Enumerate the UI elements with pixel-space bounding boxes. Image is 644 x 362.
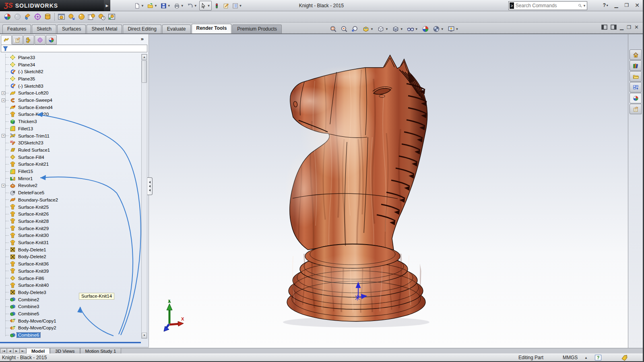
expand-toggle[interactable]: + <box>2 99 5 102</box>
view-orientation-button[interactable]: ▼ <box>376 24 390 34</box>
expand-toggle[interactable]: + <box>2 184 5 187</box>
tree-item-mirror1[interactable]: Mirror1 <box>0 175 141 182</box>
tree-item-plane35[interactable]: Plane35 <box>0 75 141 82</box>
options-list-button[interactable]: ▼ <box>231 1 244 10</box>
restore-button[interactable]: ❐ <box>623 1 631 9</box>
taskpane-tab-appearances-scenes[interactable] <box>630 93 642 103</box>
selection-lights-button[interactable] <box>213 1 221 10</box>
tree-item-surface-knit30[interactable]: Surface-Knit30 <box>0 232 141 239</box>
edit-scene-button[interactable] <box>23 12 33 22</box>
tree-item-surface-extend4[interactable]: Surface-Extend4 <box>0 104 141 111</box>
zoom-to-fit-button[interactable] <box>328 24 338 34</box>
tab-premium-products[interactable]: Premium Products <box>232 25 282 33</box>
tree-item-3dsketch23[interactable]: 3D3DSketch23 <box>0 139 141 146</box>
tree-item-body-move-copy2[interactable]: Body-Move/Copy2 <box>0 325 141 332</box>
minimize-button[interactable]: ▁ <box>612 1 620 9</box>
scroll-down-arrow[interactable]: ▼ <box>142 333 147 338</box>
tree-item-ruled-surface1[interactable]: Ruled Surface1 <box>0 146 141 154</box>
tab-direct-editing[interactable]: Direct Editing <box>123 25 161 33</box>
tree-item-surface-knit21[interactable]: Surface-Knit21 <box>0 161 141 168</box>
tab-features[interactable]: Features <box>2 25 31 33</box>
tree-item-plane33[interactable]: Plane33 <box>0 54 141 61</box>
save-button[interactable]: ▼ <box>159 1 172 10</box>
expand-toggle[interactable]: + <box>2 91 5 95</box>
display-state-target-button[interactable] <box>33 12 43 22</box>
tree-item-sketch82[interactable]: (-) Sketch82 <box>0 68 141 75</box>
tree-item-deleteface5[interactable]: DeleteFace5 <box>0 189 141 196</box>
nav-first-button[interactable]: |◀ <box>0 348 7 354</box>
model-tab-motion-study-1[interactable]: Motion Study 1 <box>80 348 122 354</box>
panel-overflow-chevron[interactable]: » <box>141 36 144 42</box>
edit-decal-button[interactable] <box>43 12 53 22</box>
tree-item-combine6[interactable]: Combine6 <box>0 331 141 339</box>
tree-item-sketch83[interactable]: (-) Sketch83 <box>0 82 141 90</box>
new-document-button[interactable]: ▼ <box>133 1 145 10</box>
apply-scene-button[interactable]: ▼ <box>431 24 445 34</box>
units-selector[interactable]: MMGS <box>563 355 578 360</box>
expand-toggle[interactable]: + <box>2 134 5 138</box>
tree-item-thicken3[interactable]: Thicken3 <box>0 118 141 125</box>
nav-previous-button[interactable]: ◀ <box>7 348 13 354</box>
panel-splitter-handle[interactable] <box>147 177 153 195</box>
model-tab-3d-views[interactable]: 3D Views <box>50 348 80 354</box>
manager-tab-featuremanager-design-tree[interactable] <box>1 35 12 45</box>
tree-item-surface-knit36[interactable]: Surface-Knit36 <box>0 260 141 267</box>
tag-icon[interactable] <box>621 355 628 361</box>
display-style-button[interactable]: ▼ <box>391 24 405 34</box>
knight-3d-model[interactable] <box>149 34 629 348</box>
print-button[interactable]: ▼ <box>173 1 185 10</box>
edit-appearance-button[interactable] <box>421 24 430 34</box>
rollback-bar[interactable] <box>0 342 141 343</box>
tree-item-body-delete3[interactable]: Body-Delete3 <box>0 289 141 296</box>
status-help-button[interactable]: ? <box>595 355 601 360</box>
tree-item-surface-fill6[interactable]: Surface-Fill6 <box>0 275 141 282</box>
tree-item-surface-knit29[interactable]: Surface-Knit29 <box>0 225 141 232</box>
tree-item-fillet15[interactable]: Fillet15 <box>0 168 141 175</box>
copy-appearance-button[interactable] <box>12 12 23 22</box>
tab-render-tools[interactable]: Render Tools <box>192 24 232 33</box>
taskpane-tab-custom-properties[interactable] <box>630 104 642 114</box>
tree-item-combine5[interactable]: Combine5 <box>0 310 141 317</box>
tree-item-surface-fill4[interactable]: Surface-Fill4 <box>0 154 141 161</box>
tree-item-plane34[interactable]: Plane34 <box>0 61 141 68</box>
taskpane-tab-home[interactable] <box>630 49 642 60</box>
select-button[interactable]: ▼ <box>199 1 212 10</box>
schedule-render-button[interactable] <box>97 12 107 22</box>
render-options-button[interactable] <box>87 12 97 22</box>
tree-item-surface-knit31[interactable]: Surface-Knit31 <box>0 239 141 246</box>
tree-filter-field[interactable] <box>1 45 147 52</box>
tree-item-body-delete1[interactable]: Body-Delete1 <box>0 246 141 253</box>
hide-show-items-button[interactable]: ▼ <box>406 24 419 34</box>
tree-item-boundary-surface2[interactable]: Boundary-Surface2 <box>0 196 141 204</box>
menu-flyout-arrow[interactable]: ▶ <box>104 0 110 11</box>
tree-scrollbar[interactable]: ▲ ▼ <box>141 54 147 339</box>
scroll-thumb[interactable] <box>142 60 147 83</box>
close-doc-button[interactable]: ✕ <box>634 24 639 30</box>
minimize-doc-button[interactable]: ▁ <box>620 25 623 30</box>
tree-item-body-delete2[interactable]: Body-Delete2 <box>0 253 141 261</box>
edit-appearance-button[interactable] <box>2 12 12 22</box>
taskpane-tab-view-palette[interactable] <box>630 82 642 93</box>
tab-surfaces[interactable]: Surfaces <box>57 25 86 33</box>
tree-item-combine3[interactable]: Combine3 <box>0 303 141 311</box>
pane-right-button[interactable] <box>611 25 617 30</box>
tree-item-surface-loft20[interactable]: +Surface-Loft20 <box>0 90 141 97</box>
view-settings-button[interactable]: ▼ <box>446 24 460 34</box>
tree-item-surface-knit39[interactable]: Surface-Knit39 <box>0 267 141 275</box>
tree-item-fillet13[interactable]: Fillet13 <box>0 125 141 132</box>
units-dropdown-caret[interactable]: ▲ <box>584 356 588 360</box>
nav-next-button[interactable]: ▶ <box>13 348 20 354</box>
tree-item-surface-knit28[interactable]: Surface-Knit28 <box>0 218 141 225</box>
undo-button[interactable]: ▼ <box>186 1 198 10</box>
tab-sketch[interactable]: Sketch <box>32 25 56 33</box>
tree-item-surface-knit40[interactable]: Surface-Knit40 <box>0 282 141 289</box>
close-button[interactable]: ✕ <box>633 1 641 9</box>
tree-item-combine2[interactable]: Combine2 <box>0 296 141 303</box>
tree-item-body-move-copy1[interactable]: Body-Move/Copy1 <box>0 317 141 325</box>
command-search[interactable]: > ▼ <box>508 1 587 10</box>
tree-item-surface-knit26[interactable]: Surface-Knit26 <box>0 210 141 218</box>
model-tab-model[interactable]: Model <box>26 348 50 354</box>
tree-item-surface-knit25[interactable]: Surface-Knit25 <box>0 204 141 211</box>
taskpane-tab-design-library[interactable] <box>630 60 642 71</box>
tab-sheet-metal[interactable]: Sheet Metal <box>87 25 122 33</box>
